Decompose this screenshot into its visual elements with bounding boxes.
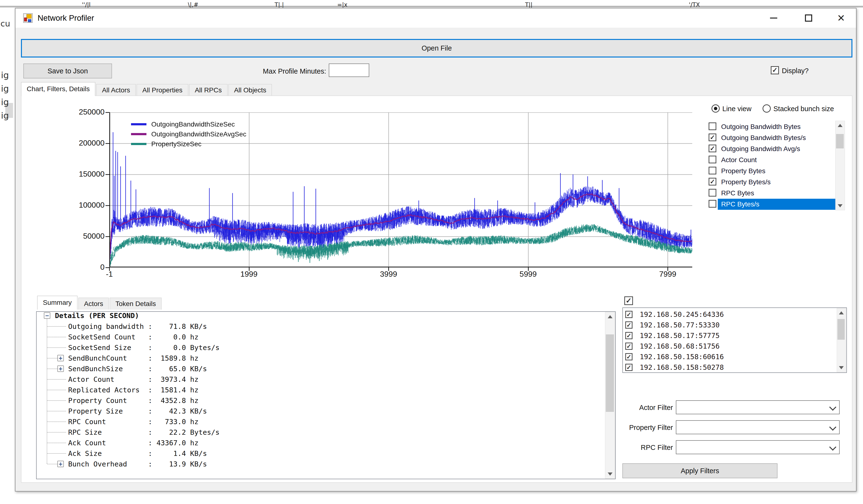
tab-all-objects[interactable]: All Objects bbox=[228, 84, 272, 96]
series-label[interactable]: Outgoing Bandwidth Bytes/s bbox=[721, 133, 806, 143]
connection-address[interactable]: 192.168.50.158:60616 bbox=[640, 353, 724, 361]
tree-scrollbar[interactable] bbox=[605, 312, 615, 478]
minimize-button[interactable] bbox=[760, 9, 788, 28]
series-checkbox[interactable] bbox=[709, 200, 716, 208]
tree-connector bbox=[47, 369, 57, 369]
tab-chart-filters-details[interactable]: Chart, Filters, Details bbox=[21, 82, 96, 96]
tree-item[interactable]: Bunch Overhead : 13.9 KB/s bbox=[68, 461, 207, 468]
tree-connector bbox=[47, 443, 66, 443]
tree-item[interactable]: Ack Size : 1.4 KB/s bbox=[68, 450, 207, 457]
connection-checkbox[interactable] bbox=[625, 321, 633, 328]
series-label[interactable]: Outgoing Bandwidth Bytes bbox=[721, 122, 801, 132]
detail-tab-summary[interactable]: Summary bbox=[37, 296, 77, 310]
y-axis-tick bbox=[105, 112, 109, 113]
filter-combobox-actor[interactable] bbox=[676, 400, 840, 414]
expand-icon[interactable]: + bbox=[57, 365, 64, 372]
x-axis-tick bbox=[528, 267, 529, 271]
max-profile-minutes-input[interactable] bbox=[329, 64, 369, 77]
series-checkbox[interactable] bbox=[709, 156, 716, 163]
tab-all-rpcs[interactable]: All RPCs bbox=[189, 84, 228, 96]
connection-address[interactable]: 192.168.50.158:50278 bbox=[640, 363, 724, 372]
detail-tab-actors[interactable]: Actors bbox=[78, 298, 109, 310]
tree-item[interactable]: Actor Count : 3973.4 hz bbox=[68, 376, 199, 383]
connection-checkbox[interactable] bbox=[625, 332, 633, 339]
series-checkbox[interactable] bbox=[709, 122, 716, 130]
connection-address[interactable]: 192.168.50.77:53330 bbox=[640, 321, 720, 329]
filter-label-property-filter: Property Filter bbox=[572, 424, 673, 431]
radio-label: Line view bbox=[722, 105, 751, 113]
connection-scrollbar[interactable] bbox=[837, 308, 846, 372]
scroll-up-icon bbox=[839, 311, 844, 314]
display-checkbox[interactable] bbox=[771, 66, 779, 74]
scroll-down-icon bbox=[839, 366, 844, 369]
tree-item[interactable]: Outgoing bandwidth : 71.8 KB/s bbox=[68, 323, 207, 330]
scroll-down-button[interactable] bbox=[605, 469, 615, 478]
connection-checkbox[interactable] bbox=[625, 353, 633, 360]
scrollbar-thumb[interactable] bbox=[837, 319, 845, 340]
series-checkbox[interactable] bbox=[709, 145, 716, 152]
save-to-json-button[interactable]: Save to Json bbox=[23, 64, 112, 78]
series-label[interactable]: Property Bytes bbox=[721, 166, 765, 176]
scroll-up-button[interactable] bbox=[836, 121, 845, 130]
filter-combobox-rpc[interactable] bbox=[676, 440, 840, 454]
scroll-up-button[interactable] bbox=[605, 312, 615, 321]
scroll-up-icon bbox=[608, 315, 613, 318]
scrollbar-thumb[interactable] bbox=[836, 134, 844, 148]
series-label[interactable]: Outgoing Bandwidth Avg/s bbox=[721, 144, 800, 154]
radio-line-view[interactable] bbox=[712, 104, 720, 113]
summary-tree-panel: Details (PER SECOND)−Outgoing bandwidth … bbox=[36, 311, 616, 479]
tree-item[interactable]: Replicated Actors : 1581.4 hz bbox=[68, 386, 199, 393]
maximize-button[interactable] bbox=[795, 9, 823, 28]
series-checkbox[interactable] bbox=[709, 178, 716, 185]
collapse-icon[interactable]: − bbox=[44, 312, 50, 319]
apply-filters-button[interactable]: Apply Filters bbox=[622, 463, 777, 478]
series-label[interactable]: RPC Bytes/s bbox=[721, 199, 760, 209]
open-file-button[interactable]: Open File bbox=[21, 39, 852, 57]
series-checkbox[interactable] bbox=[709, 189, 716, 196]
background-text-fragment: T|.| bbox=[275, 1, 284, 8]
screen: cuigigigig''/|l\|,#T|.|=|xT||'/TX Networ… bbox=[0, 0, 863, 504]
series-label[interactable]: RPC Bytes bbox=[721, 189, 754, 198]
tree-root[interactable]: Details (PER SECOND) bbox=[55, 312, 139, 319]
background-text-fragment: ig bbox=[1, 84, 9, 94]
scrollbar-thumb[interactable] bbox=[606, 334, 614, 412]
x-axis-tick bbox=[388, 267, 389, 271]
scroll-down-button[interactable] bbox=[836, 201, 845, 210]
connection-checkbox[interactable] bbox=[625, 364, 633, 371]
connection-address[interactable]: 192.168.50.245:64336 bbox=[640, 310, 724, 319]
connection-address[interactable]: 192.168.50.17:57775 bbox=[640, 332, 720, 340]
connection-checkbox[interactable] bbox=[625, 343, 633, 350]
detail-tab-token-details[interactable]: Token Details bbox=[110, 298, 162, 310]
close-button[interactable]: ✕ bbox=[827, 9, 855, 28]
tab-all-properties[interactable]: All Properties bbox=[137, 84, 188, 96]
scroll-down-button[interactable] bbox=[837, 363, 846, 372]
tab-all-actors[interactable]: All Actors bbox=[96, 84, 136, 96]
legend-label: OutgoingBandwidthSizeAvgSec bbox=[151, 130, 246, 138]
tree-item[interactable]: SocketSend Size : 0.0 Bytes/s bbox=[68, 344, 220, 351]
series-checkbox[interactable] bbox=[709, 133, 716, 141]
filter-combobox-property[interactable] bbox=[676, 420, 840, 434]
tree-item[interactable]: SendBunchSize : 65.0 KB/s bbox=[68, 365, 207, 372]
checklist-scrollbar[interactable] bbox=[835, 121, 845, 210]
expand-icon[interactable]: + bbox=[57, 461, 64, 467]
tree-item[interactable]: Property Size : 42.3 KB/s bbox=[68, 408, 207, 415]
tree-item[interactable]: SendBunchCount : 1589.8 hz bbox=[68, 354, 199, 362]
connections-master-checkbox[interactable] bbox=[624, 296, 633, 305]
scroll-up-button[interactable] bbox=[837, 308, 846, 317]
y-axis-tick-label: 250000 bbox=[57, 107, 104, 116]
connection-checkbox[interactable] bbox=[625, 311, 633, 318]
series-checkbox[interactable] bbox=[709, 167, 716, 175]
tree-item[interactable]: RPC Count : 733.0 hz bbox=[68, 418, 199, 425]
series-label[interactable]: Actor Count bbox=[721, 155, 757, 165]
expand-icon[interactable]: + bbox=[57, 355, 64, 361]
tree-item[interactable]: Ack Count : 43367.0 hz bbox=[68, 439, 199, 447]
tree-item[interactable]: RPC Size : 22.2 Bytes/s bbox=[68, 429, 220, 436]
x-axis-tick bbox=[667, 267, 668, 271]
radio-stacked-bunch-size[interactable] bbox=[763, 104, 771, 113]
connection-address[interactable]: 192.168.50.68:51756 bbox=[640, 342, 720, 350]
series-label[interactable]: Property Bytes/s bbox=[721, 177, 771, 187]
scroll-up-icon bbox=[838, 124, 842, 127]
tree-item[interactable]: Property Count : 4352.8 hz bbox=[68, 397, 199, 404]
y-axis-tick bbox=[105, 174, 109, 175]
tree-item[interactable]: SocketSend Count : 0.0 hz bbox=[68, 334, 199, 341]
